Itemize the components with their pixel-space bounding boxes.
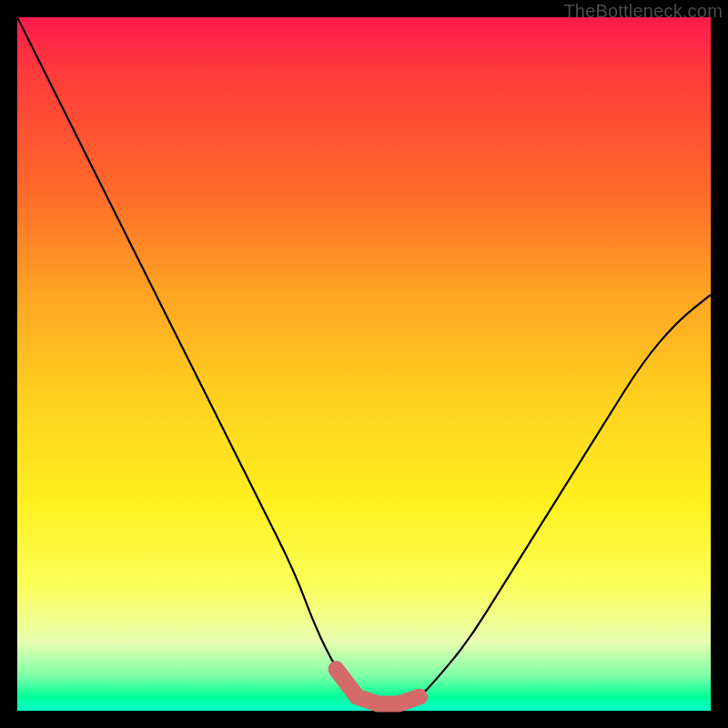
watermark-text: TheBottleneck.com bbox=[563, 1, 723, 22]
curve-path bbox=[17, 17, 711, 703]
optimal-highlight bbox=[337, 669, 420, 703]
chart-svg bbox=[17, 17, 711, 711]
plot-area bbox=[17, 17, 711, 711]
outer-frame: TheBottleneck.com bbox=[0, 0, 728, 728]
